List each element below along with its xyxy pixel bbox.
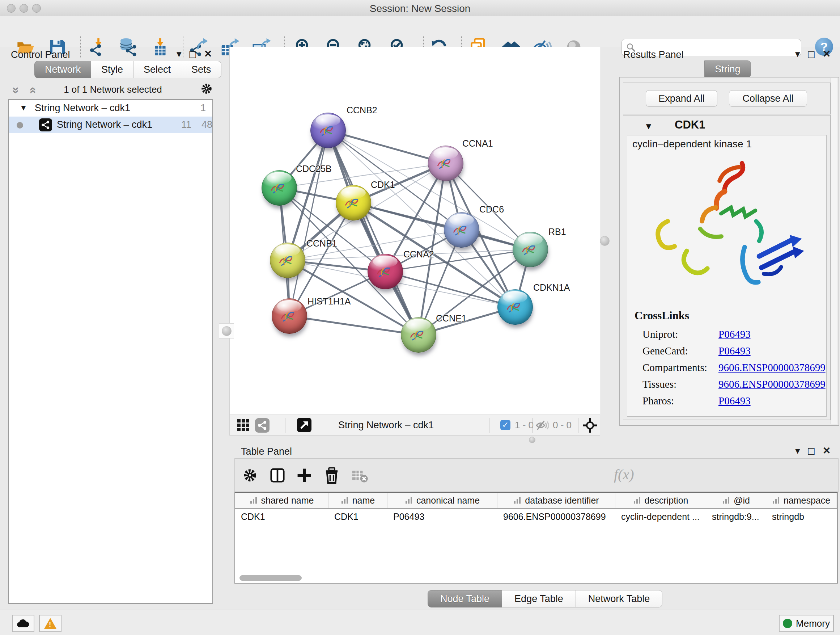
network-edge-count: 48	[202, 119, 212, 130]
float-panel-icon[interactable]: □	[189, 49, 196, 59]
protein-thumbnail	[268, 178, 290, 200]
selected-checkbox-icon[interactable]: ✓	[500, 420, 510, 430]
tab-network-table[interactable]: Network Table	[576, 590, 663, 608]
crosslink-label: Pharos:	[635, 395, 718, 407]
crosslink-value-link[interactable]: P06493	[718, 395, 751, 407]
table-row[interactable]: CDK1CDK1P064939606.ENSP00000378699cyclin…	[235, 509, 837, 524]
node-label-CCNA2: CCNA2	[403, 249, 434, 260]
network-node-CCNB1[interactable]	[270, 242, 305, 278]
column-header-description[interactable]: description	[615, 493, 706, 508]
memory-button[interactable]: Memory	[779, 615, 834, 632]
network-node-HIST1H1A[interactable]	[272, 298, 307, 334]
gene-name: CDK1	[675, 119, 705, 131]
network-options-gear-icon[interactable]	[200, 82, 213, 96]
network-node-CDKN1A[interactable]	[497, 289, 533, 325]
protein-thumbnail	[276, 250, 298, 272]
tab-style[interactable]: Style	[91, 61, 134, 78]
gene-description: cyclin–dependent kinase 1	[632, 138, 752, 150]
tab-node-table[interactable]: Node Table	[428, 590, 502, 608]
tab-edge-table[interactable]: Edge Table	[502, 590, 576, 608]
collection-count: 1	[201, 103, 206, 114]
table-settings-button[interactable]	[240, 465, 260, 486]
left-splitter-handle[interactable]	[222, 326, 232, 336]
network-type-icon[interactable]	[255, 418, 270, 432]
gene-details: cyclin–dependent kinase 1	[627, 135, 827, 417]
node-label-CDC25B: CDC25B	[296, 164, 332, 174]
column-header-canonical-name[interactable]: canonical name	[387, 493, 497, 508]
application-window: Session: New Session	[0, 0, 840, 635]
tab-select[interactable]: Select	[134, 61, 181, 78]
control-panel-tabs: NetworkStyleSelectSets	[34, 61, 221, 78]
collapse-panel-icon[interactable]: ▾	[795, 446, 800, 456]
column-header--id[interactable]: @id	[706, 493, 766, 508]
column-header-database-identifier[interactable]: database identifier	[497, 493, 615, 508]
network-node-CCNB2[interactable]	[310, 112, 346, 148]
crosslink-value-link[interactable]: 9606.ENSP00000378699	[718, 362, 826, 374]
tab-network[interactable]: Network	[34, 61, 91, 78]
table-cell[interactable]: P06493	[387, 511, 497, 522]
collapse-panel-icon[interactable]: ▾	[795, 49, 800, 59]
collapse-panel-icon[interactable]: ▾	[177, 49, 182, 59]
import-network-from-database-button[interactable]	[118, 37, 139, 57]
crosslink-value-link[interactable]: P06493	[718, 345, 751, 357]
delete-column-button[interactable]	[322, 465, 342, 486]
warnings-button[interactable]: !	[39, 615, 62, 632]
tree-caret-icon[interactable]: ▼	[19, 103, 27, 112]
expand-all-button[interactable]: Expand All	[646, 90, 717, 107]
horizontal-scrollbar-thumb[interactable]	[240, 575, 302, 581]
network-node-CCNE1[interactable]	[401, 317, 436, 353]
protein-thumbnail	[342, 193, 364, 215]
network-node-CDK1[interactable]	[336, 185, 371, 220]
network-edge[interactable]	[289, 316, 418, 335]
network-edge[interactable]	[289, 130, 328, 316]
network-view-canvas[interactable]: CCNB2CCNA1CDC25BCDK1CDC6RB1CCNB1CCNA2CDK…	[229, 47, 601, 415]
table-cell[interactable]: CDK1	[328, 511, 387, 522]
network-node-CCNA2[interactable]	[368, 254, 403, 289]
titlebar[interactable]: Session: New Session	[0, 0, 840, 16]
expand-all-icon[interactable]: »	[25, 87, 39, 94]
table-cell[interactable]: stringdb:9...	[706, 511, 766, 522]
section-caret-icon[interactable]: ▼	[644, 121, 653, 131]
network-collection-row[interactable]: ▼ String Network – cdk1 1	[9, 100, 212, 117]
results-scrollbar-track[interactable]	[831, 78, 837, 424]
table-cell[interactable]: cyclin-dependent ...	[615, 511, 706, 522]
network-node-RB1[interactable]	[513, 232, 548, 267]
import-table-button[interactable]	[150, 37, 171, 57]
protein-structure-image	[642, 157, 812, 301]
tab-string[interactable]: String	[704, 60, 751, 78]
crosslinks-block: CrossLinks Uniprot:P06493GeneCard:P06493…	[635, 309, 826, 409]
table-cell[interactable]: 9606.ENSP00000378699	[497, 511, 615, 522]
column-header-namespace[interactable]: namespace	[766, 493, 836, 508]
crosshair-icon[interactable]	[582, 417, 598, 433]
open-in-browser-icon[interactable]	[297, 418, 311, 432]
table-cell[interactable]: CDK1	[235, 511, 328, 522]
network-row-selected[interactable]: String Network – cdk1 11 48	[9, 117, 212, 133]
import-network-button[interactable]	[88, 37, 108, 57]
close-panel-icon[interactable]: ✕	[204, 49, 212, 59]
right-splitter-handle[interactable]	[600, 236, 609, 246]
memory-label: Memory	[796, 618, 830, 629]
table-cell[interactable]: stringdb	[766, 511, 836, 522]
cloud-status-button[interactable]	[12, 615, 34, 632]
network-node-CDC25B[interactable]	[262, 170, 297, 206]
close-panel-icon[interactable]: ✕	[823, 49, 831, 59]
crosslink-value-link[interactable]: 9606.ENSP00000378699	[718, 378, 826, 390]
network-node-CCNA1[interactable]	[428, 146, 463, 181]
float-panel-icon[interactable]: □	[808, 49, 815, 59]
add-column-button[interactable]	[294, 465, 314, 486]
network-node-CDC6[interactable]	[444, 212, 479, 248]
column-header-name[interactable]: name	[328, 493, 387, 508]
show-columns-button[interactable]	[267, 465, 287, 486]
birds-eye-view-icon[interactable]	[237, 419, 250, 432]
crosslink-value-link[interactable]: P06493	[718, 328, 751, 340]
collapse-all-icon[interactable]: »	[9, 87, 24, 94]
tab-sets[interactable]: Sets	[181, 61, 221, 78]
collapse-all-button[interactable]: Collapse All	[729, 90, 807, 107]
horizontal-splitter-handle[interactable]	[529, 437, 535, 443]
network-status-dot	[17, 122, 23, 128]
toolbar-separator	[80, 36, 81, 58]
column-header-shared-name[interactable]: shared name	[235, 493, 328, 508]
crosslinks-title: CrossLinks	[635, 309, 826, 322]
float-panel-icon[interactable]: □	[808, 446, 815, 456]
close-panel-icon[interactable]: ✕	[823, 446, 831, 456]
